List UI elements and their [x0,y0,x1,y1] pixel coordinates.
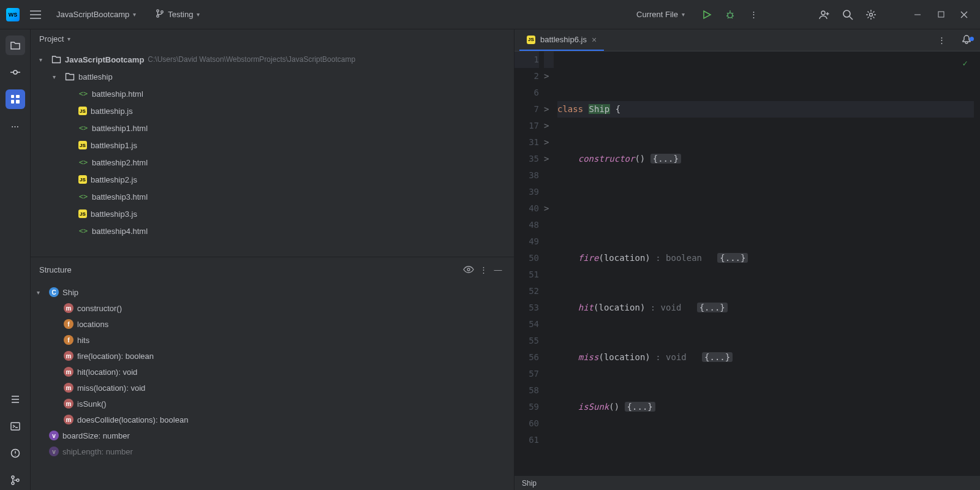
settings-icon[interactable] [865,9,877,21]
panel-more-icon[interactable]: ⋮ [476,262,491,277]
titlebar: WS JavaScriptBootcamp ▾ Testing ▾ Curren… [0,0,980,29]
debug-button[interactable] [724,9,736,21]
structure-member[interactable]: fhits [37,332,514,348]
branch-label: Testing [168,10,193,19]
minimize-icon[interactable] [911,9,924,21]
menu-icon[interactable] [29,9,42,21]
structure-member[interactable]: mfire(location): boolean [37,348,514,364]
structure-member[interactable]: mmiss(location): void [37,380,514,396]
structure-class-label: Ship [62,288,78,297]
svg-point-1 [157,15,159,18]
problems-tool-button[interactable] [6,443,25,463]
html-icon: <> [78,226,88,236]
structure-tree: ▾ C Ship mconstructor() flocations fhits… [31,282,514,490]
structure-member-label: fire(location): boolean [77,352,154,361]
structure-member[interactable]: vboardSize: number [37,428,514,443]
tree-file-label: battleship3.js [91,209,137,219]
breadcrumb[interactable]: Ship [522,479,537,488]
svg-point-8 [13,70,17,74]
tree-file[interactable]: JSbattleship1.js [37,137,514,154]
run-config-dropdown[interactable]: Current File ▾ [631,7,690,21]
js-icon: JS [527,36,535,44]
project-tree: ▾ JavaScriptBootcamp C:\Users\David Wats… [31,48,514,257]
notifications-button[interactable] [953,34,980,46]
more-tools-button[interactable]: ⋯ [6,116,25,136]
method-icon: m [64,367,74,377]
terminal-tool-button[interactable] [6,417,25,436]
project-panel-header[interactable]: Project ▾ [31,29,514,48]
structure-member[interactable]: flocations [37,316,514,332]
collab-icon[interactable] [818,9,831,21]
structure-member-label: boardSize: number [62,431,130,440]
structure-member-label: miss(location): void [77,383,145,393]
close-icon[interactable] [958,9,970,21]
code-editor[interactable]: 1 2 6 7 17 31 35 38 39 40 48 49 50 51 52… [514,51,980,475]
run-button[interactable] [701,9,713,21]
svg-point-4 [821,11,825,15]
project-root[interactable]: ▾ JavaScriptBootcamp C:\Users\David Wats… [37,51,514,68]
tree-file[interactable]: <>battleship3.html [37,188,514,205]
visibility-icon[interactable] [461,262,476,277]
chevron-down-icon: ▾ [53,74,61,80]
tree-file[interactable]: JSbattleship2.js [37,171,514,188]
tree-file-label: battleship.html [92,89,143,99]
close-icon[interactable]: × [592,35,597,45]
tree-file-label: battleship.js [91,107,133,116]
project-name-dropdown[interactable]: JavaScriptBootcamp ▾ [51,7,141,21]
editor-scrollbar[interactable] [974,51,980,475]
panel-collapse-icon[interactable]: — [491,262,505,277]
code-content[interactable]: ✓ class Ship { constructor() {...} fire(… [554,51,974,475]
structure-panel-label: Structure [39,265,72,274]
todo-tool-button[interactable] [6,390,25,409]
project-name-label: JavaScriptBootcamp [56,10,129,19]
search-icon[interactable] [842,9,854,21]
structure-member-label: doesCollide(locations): boolean [77,415,188,424]
structure-member[interactable]: mconstructor() [37,300,514,316]
git-branch-dropdown[interactable]: Testing ▾ [151,7,205,22]
gutter-line-numbers: 1 2 6 7 17 31 35 38 39 40 48 49 50 51 52… [514,51,544,475]
structure-member-label: hit(location): void [77,368,137,377]
chevron-down-icon: ▾ [67,36,70,42]
svg-rect-9 [11,95,14,98]
method-icon: m [64,399,74,409]
tree-file[interactable]: <>battleship.html [37,85,514,102]
chevron-down-icon: ▾ [37,289,45,296]
tree-file[interactable]: JSbattleship.js [37,102,514,119]
tree-file[interactable]: <>battleship1.html [37,119,514,137]
tree-file[interactable]: <>battleship2.html [37,154,514,171]
html-icon: <> [78,123,88,133]
structure-member[interactable]: mdoesCollide(locations): boolean [37,412,514,428]
project-tool-button[interactable] [6,36,25,55]
structure-member[interactable]: misSunk() [37,396,514,412]
structure-member[interactable]: mhit(location): void [37,364,514,380]
structure-tool-button[interactable] [6,89,25,109]
structure-class[interactable]: ▾ C Ship [37,284,514,300]
more-icon[interactable]: ⋮ [747,9,760,21]
tree-file[interactable]: <>battleship4.html [37,222,514,239]
svg-point-3 [728,13,733,18]
editor-tabbar: JS battleship6.js × ⋮ [514,29,980,51]
check-icon: ✓ [963,55,968,72]
tab-more-icon[interactable]: ⋮ [930,36,953,45]
maximize-icon[interactable] [935,9,947,21]
js-icon: JS [78,141,87,149]
tree-folder-label: battleship [78,72,113,81]
project-panel-label: Project [39,34,64,43]
tree-file-label: battleship2.html [92,158,148,167]
git-tool-button[interactable] [6,470,25,490]
structure-member[interactable]: vshipLength: number [37,443,514,459]
branch-icon [156,9,164,20]
class-icon: C [49,287,59,297]
html-icon: <> [78,192,88,202]
js-icon: JS [78,107,87,115]
tree-folder[interactable]: ▾ battleship [37,68,514,85]
variable-icon: v [49,431,59,440]
tree-file[interactable]: JSbattleship3.js [37,205,514,222]
structure-member-label: constructor() [77,304,122,313]
svg-rect-7 [938,12,944,17]
editor-tab[interactable]: JS battleship6.js × [519,29,604,51]
svg-point-5 [843,10,850,17]
gutter-fold-column[interactable]: > > > > > > [544,51,554,475]
js-icon: JS [78,175,87,184]
commit-tool-button[interactable] [6,62,25,82]
